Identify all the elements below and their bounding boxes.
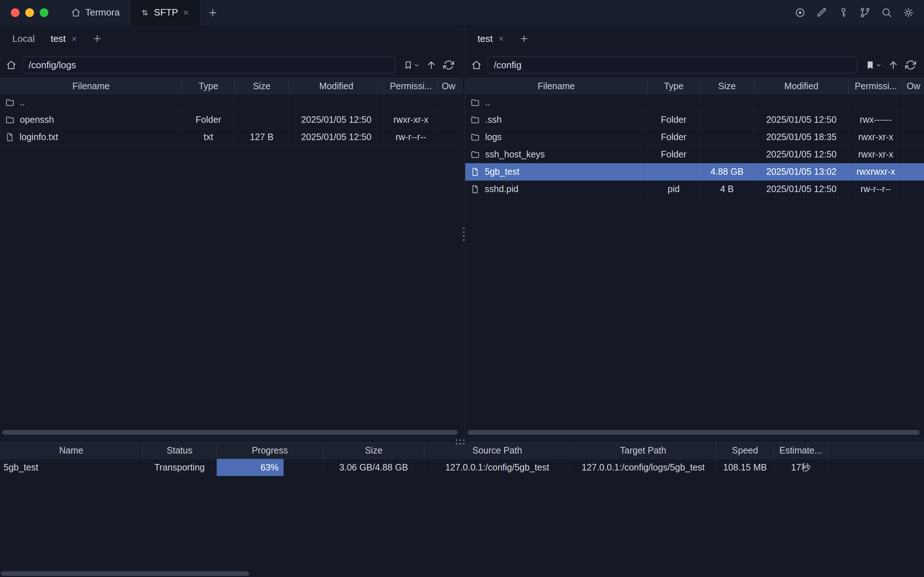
- column-header-permissions[interactable]: Permissi...: [849, 78, 903, 93]
- file-permissions: rw-r--r--: [849, 181, 903, 198]
- column-header-size[interactable]: Size: [700, 78, 754, 93]
- file-row[interactable]: sshd.pid pid 4 B 2025/01/05 12:50 rw-r--…: [465, 181, 924, 198]
- bookmark-filled-icon[interactable]: [863, 60, 884, 70]
- parent-directory-icon[interactable]: [886, 60, 901, 71]
- column-header-modified[interactable]: Modified: [289, 78, 384, 93]
- close-icon[interactable]: [182, 9, 190, 16]
- transfer-splitter-grip[interactable]: [456, 440, 464, 445]
- panel-splitter[interactable]: [462, 25, 465, 438]
- file-type: [182, 94, 235, 111]
- column-header-target-path[interactable]: Target Path: [570, 442, 716, 459]
- folder-icon: [470, 150, 480, 159]
- horizontal-scrollbar[interactable]: [468, 430, 920, 435]
- progress-bar-fill: 63%: [217, 459, 284, 476]
- horizontal-scrollbar[interactable]: [2, 430, 458, 435]
- file-permissions: rwxrwxr-x: [849, 163, 903, 180]
- left-add-tab-button[interactable]: [85, 34, 109, 44]
- column-header-speed[interactable]: Speed: [716, 442, 774, 459]
- file-size: [700, 111, 754, 128]
- column-header-permissions[interactable]: Permissi...: [384, 78, 438, 93]
- file-row[interactable]: ..: [0, 94, 462, 111]
- tab-sftp[interactable]: SFTP: [130, 0, 200, 25]
- left-path-input[interactable]: [23, 57, 395, 73]
- left-panel-tabs: Local test: [0, 25, 462, 52]
- file-row[interactable]: ssh_host_keys Folder 2025/01/05 12:50 rw…: [465, 146, 924, 163]
- folder-icon: [470, 132, 480, 142]
- column-header-source-path[interactable]: Source Path: [424, 442, 570, 459]
- new-window-tab-button[interactable]: [200, 0, 226, 25]
- tab-test-left[interactable]: test: [43, 25, 85, 52]
- close-icon[interactable]: [498, 35, 505, 42]
- edit-icon[interactable]: [816, 7, 827, 18]
- folder-icon: [5, 115, 15, 124]
- column-header-filename[interactable]: Filename: [0, 78, 182, 93]
- column-header-modified[interactable]: Modified: [754, 78, 849, 93]
- home-icon[interactable]: [471, 60, 482, 71]
- file-row[interactable]: logs Folder 2025/01/05 18:35 rwxr-xr-x: [465, 129, 924, 146]
- file-name: ..: [485, 97, 490, 108]
- folder-icon: [470, 97, 480, 107]
- close-window-button[interactable]: [11, 8, 19, 17]
- file-size: [235, 94, 289, 111]
- file-icon: [5, 132, 15, 142]
- right-path-input[interactable]: [488, 57, 857, 73]
- file-owner: [903, 94, 924, 111]
- column-header-size[interactable]: Size: [235, 78, 289, 93]
- record-icon[interactable]: [795, 7, 806, 18]
- file-size: [700, 94, 754, 111]
- column-header-name[interactable]: Name: [0, 442, 143, 459]
- settings-gear-icon[interactable]: [903, 7, 914, 18]
- right-file-panel: test: [465, 25, 924, 438]
- column-header-estimate[interactable]: Estimate...: [774, 442, 827, 459]
- column-header-status[interactable]: Status: [143, 442, 217, 459]
- column-header-filename[interactable]: Filename: [465, 78, 648, 93]
- tab-label: test: [51, 33, 66, 44]
- file-owner: [438, 129, 462, 145]
- right-add-tab-button[interactable]: [513, 34, 536, 44]
- tab-label: test: [477, 33, 493, 44]
- file-modified: 2025/01/05 12:50: [754, 181, 849, 198]
- column-header-size[interactable]: Size: [323, 442, 424, 459]
- transfer-name: 5gb_test: [0, 459, 143, 476]
- column-header-owner[interactable]: Ow: [903, 78, 924, 93]
- parent-directory-icon[interactable]: [424, 60, 439, 71]
- file-owner: [903, 146, 924, 163]
- tab-local[interactable]: Local: [4, 25, 43, 52]
- file-modified: 2025/01/05 12:50: [754, 146, 849, 163]
- column-header-owner[interactable]: Ow: [438, 78, 462, 93]
- file-type: pid: [648, 181, 700, 198]
- key-icon[interactable]: [838, 7, 849, 18]
- minimize-window-button[interactable]: [25, 8, 34, 17]
- bookmark-icon[interactable]: [401, 60, 421, 70]
- close-icon[interactable]: [71, 35, 77, 42]
- file-type: [648, 163, 700, 180]
- file-icon: [470, 184, 480, 194]
- home-icon: [71, 8, 81, 18]
- transfer-row[interactable]: 5gb_test Transporting 63% 3.06 GB/4.88 G…: [0, 459, 924, 476]
- file-row[interactable]: openssh Folder 2025/01/05 12:50 rwxr-xr-…: [0, 111, 462, 129]
- git-branch-icon[interactable]: [860, 7, 871, 18]
- refresh-icon[interactable]: [441, 60, 456, 71]
- column-header-type[interactable]: Type: [648, 78, 700, 93]
- column-header-progress[interactable]: Progress: [217, 442, 323, 459]
- file-row[interactable]: ..: [465, 94, 924, 111]
- right-path-bar: [465, 52, 924, 78]
- column-header-type[interactable]: Type: [182, 78, 235, 93]
- file-permissions: [849, 94, 903, 111]
- file-row-selected[interactable]: 5gb_test 4.88 GB 2025/01/05 13:02 rwxrwx…: [465, 163, 924, 181]
- search-icon[interactable]: [881, 7, 892, 18]
- file-name: 5gb_test: [485, 166, 519, 177]
- left-file-panel: Local test: [0, 25, 462, 438]
- file-row[interactable]: .ssh Folder 2025/01/05 12:50 rwx------: [465, 111, 924, 129]
- file-modified: 2025/01/05 12:50: [754, 111, 849, 128]
- traffic-lights: [0, 0, 61, 25]
- file-permissions: rwxr-xr-x: [849, 129, 903, 145]
- file-owner: [903, 111, 924, 128]
- zoom-window-button[interactable]: [40, 8, 48, 17]
- file-row[interactable]: loginfo.txt txt 127 B 2025/01/05 12:50 r…: [0, 129, 462, 146]
- tab-test-right[interactable]: test: [469, 25, 513, 52]
- window-horizontal-scrollbar[interactable]: [1, 571, 249, 576]
- home-icon[interactable]: [6, 60, 17, 71]
- refresh-icon[interactable]: [903, 60, 918, 71]
- tab-termora[interactable]: Termora: [61, 0, 130, 25]
